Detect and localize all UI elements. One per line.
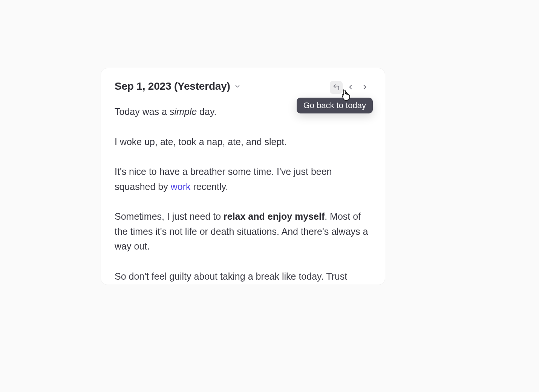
next-day-button[interactable] xyxy=(358,81,371,94)
date-dropdown-button[interactable]: Sep 1, 2023 (Yesterday) xyxy=(115,80,241,92)
chevron-left-icon xyxy=(347,83,354,92)
tooltip-go-back-today: Go back to today xyxy=(297,98,373,113)
text-run: Sometimes, I just need to xyxy=(115,211,224,222)
italic-text: simple xyxy=(170,106,197,117)
entry-paragraph: I woke up, ate, took a nap, ate, and sle… xyxy=(115,135,371,150)
link-work[interactable]: work xyxy=(171,181,191,192)
undo-icon xyxy=(332,83,340,92)
entry-paragraph: So don't feel guilty about taking a brea… xyxy=(115,269,371,284)
entry-paragraph: It's nice to have a breather some time. … xyxy=(115,164,371,194)
go-back-today-button[interactable] xyxy=(330,81,343,94)
nav-controls: Go back to today xyxy=(330,81,371,94)
prev-day-button[interactable] xyxy=(344,81,357,94)
chevron-right-icon xyxy=(361,83,369,92)
text-run: recently. xyxy=(191,181,228,192)
text-run: Today was a xyxy=(115,106,170,117)
bold-text: relax and enjoy myself xyxy=(224,211,325,222)
date-title: Sep 1, 2023 (Yesterday) xyxy=(115,80,230,92)
chevron-down-icon xyxy=(234,83,241,91)
journal-card: Sep 1, 2023 (Yesterday) Go back xyxy=(101,68,385,285)
journal-entry-body[interactable]: Today was a simple day. I woke up, ate, … xyxy=(115,104,371,284)
entry-paragraph: Sometimes, I just need to relax and enjo… xyxy=(115,209,371,254)
card-header: Sep 1, 2023 (Yesterday) Go back xyxy=(115,80,371,94)
text-run: day. xyxy=(197,106,216,117)
